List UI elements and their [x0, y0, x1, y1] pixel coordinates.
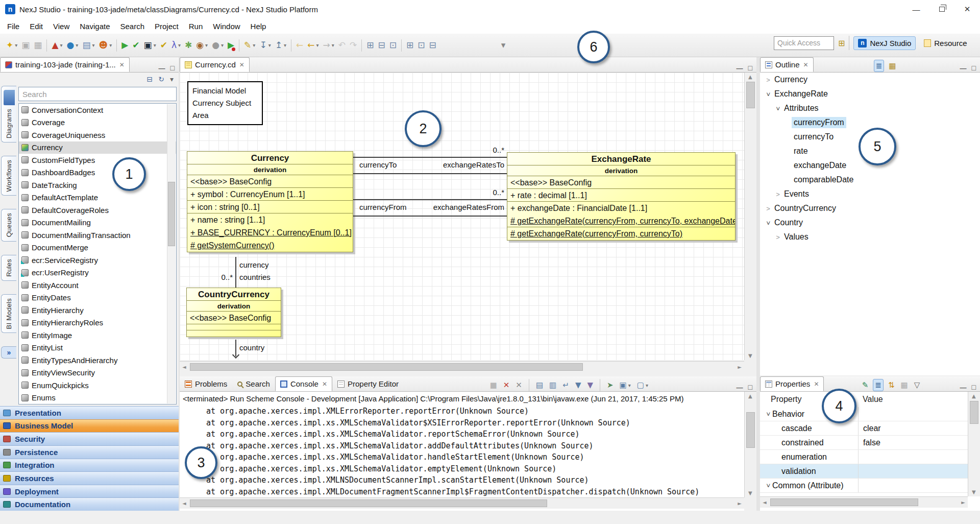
model-explorer-tab[interactable]: training-103-jade (training-1... ✕: [0, 57, 130, 72]
model-list-item[interactable]: DateTracking: [19, 179, 176, 192]
properties-tab[interactable]: Properties ✕: [760, 376, 824, 391]
vtab-diagrams[interactable]: Diagrams: [1, 86, 16, 142]
open-console-icon[interactable]: ▢: [635, 379, 650, 391]
model-list-item[interactable]: DocumentMailing: [19, 217, 176, 229]
class-static-attribute[interactable]: + BASE_CURRENCY : CurrencyEnum [0..1]: [187, 226, 353, 239]
run-icon[interactable]: ▶: [120, 38, 130, 53]
publish-icon[interactable]: ●: [65, 38, 80, 53]
layer-documentation[interactable]: Documentation: [0, 497, 179, 511]
association-line[interactable]: [353, 216, 507, 217]
save-icon[interactable]: ▣: [20, 38, 31, 53]
database-icon[interactable]: ▤: [81, 38, 96, 53]
layer-security[interactable]: Security: [0, 432, 179, 445]
distribute-icon[interactable]: ⊟: [428, 38, 438, 53]
export-icon[interactable]: ↥: [274, 38, 288, 53]
menu-item[interactable]: Project: [150, 20, 184, 33]
class-currency[interactable]: Currency derivation <<base>> BaseConfig …: [187, 151, 353, 252]
class-attribute[interactable]: + symbol : CurrencyEnum [1..1]: [187, 188, 353, 201]
outline-tree-item[interactable]: > CountryCurrency: [760, 201, 980, 216]
property-row[interactable]: >constrained false: [760, 436, 980, 450]
remove-all-launches-icon[interactable]: ✕: [514, 379, 524, 391]
editor-horizontal-scrollbar[interactable]: ◄ ►: [180, 361, 744, 372]
last-edit-icon[interactable]: ←: [295, 38, 305, 53]
marker-icon[interactable]: ✎: [242, 38, 257, 53]
align-horizontal-icon[interactable]: ⊞: [405, 38, 415, 53]
minimize-panel-icon[interactable]: —: [737, 384, 743, 391]
scrollbar-thumb[interactable]: [190, 363, 583, 371]
view-menu-icon[interactable]: ▽: [913, 379, 922, 391]
model-list-item[interactable]: Currency: [19, 141, 176, 154]
class-attribute[interactable]: + icon : string [0..1]: [187, 201, 353, 213]
model-list-item[interactable]: DashboardBadges: [19, 166, 176, 179]
menu-item[interactable]: File: [2, 20, 24, 33]
association-line[interactable]: [235, 257, 236, 288]
class-method[interactable]: # getSystemCurrency(): [187, 239, 353, 252]
minimize-panel-icon[interactable]: —: [737, 64, 743, 72]
perspective-resource[interactable]: Resource: [920, 37, 971, 50]
open-perspective-icon[interactable]: ⊞: [838, 38, 845, 48]
menu-item[interactable]: Search: [115, 20, 150, 33]
tree-mode-icon[interactable]: ≣: [873, 379, 884, 391]
model-icon[interactable]: ▲: [50, 38, 64, 53]
tab-console[interactable]: Console ✕: [275, 376, 332, 391]
class-country-currency[interactable]: CountryCurrency derivation <<base>> Base…: [186, 288, 281, 337]
association-line[interactable]: [353, 199, 507, 200]
filter-icon[interactable]: ▦: [899, 379, 909, 391]
menu-item[interactable]: Navigate: [75, 20, 115, 33]
new-wizard-icon[interactable]: ✦: [5, 38, 19, 53]
vtab-rules[interactable]: Rules: [1, 255, 16, 281]
vtab-more[interactable]: »: [1, 346, 16, 359]
model-list-scrollbar[interactable]: [167, 104, 176, 403]
scrollbar-thumb[interactable]: [746, 82, 755, 108]
tab-search[interactable]: Search ✕: [232, 376, 275, 391]
model-list-item[interactable]: EntityHierarchyRoles: [19, 317, 176, 329]
layer-presentation[interactable]: Presentation: [0, 406, 179, 419]
outline-tree-item[interactable]: > Attributes: [760, 101, 980, 115]
maximize-panel-icon[interactable]: □: [748, 64, 752, 72]
chevron-icon[interactable]: >: [774, 233, 782, 241]
model-list-item[interactable]: DocumentMerge: [19, 242, 176, 254]
outline-tree-item[interactable]: > ExchangeRate: [760, 87, 980, 101]
property-row[interactable]: >validation: [760, 464, 980, 479]
menu-item[interactable]: Edit: [24, 20, 48, 33]
view-menu-icon[interactable]: ▾: [168, 72, 175, 87]
restore-button[interactable]: [929, 0, 954, 18]
chevron-icon[interactable]: >: [764, 76, 772, 84]
close-icon[interactable]: ✕: [239, 61, 244, 68]
sash[interactable]: [756, 57, 760, 511]
collapse-all-icon[interactable]: ⊟: [145, 72, 155, 87]
model-list-item[interactable]: DefaultActTemplate: [19, 192, 176, 204]
model-list-item[interactable]: EntityTypesAndHierarchy: [19, 354, 176, 367]
outline-tree-item[interactable]: > Country: [760, 216, 980, 230]
model-check-icon[interactable]: ✔: [159, 38, 169, 53]
close-button[interactable]: ✕: [954, 0, 980, 18]
class-attribute[interactable]: + exchangeDate : FinancialDate [1..1]: [507, 202, 735, 215]
sort-icon[interactable]: ⇅: [887, 379, 896, 391]
model-list-item[interactable]: EnumQuickpicks: [19, 379, 176, 392]
scrollbar-thumb[interactable]: [168, 182, 175, 246]
model-list-item[interactable]: EntityDates: [19, 292, 176, 304]
import-icon[interactable]: ↧: [258, 38, 272, 53]
menu-item[interactable]: Window: [208, 20, 245, 33]
show-stderr-icon[interactable]: ▼: [585, 379, 595, 391]
console-vertical-scrollbar[interactable]: ▲ ▼: [744, 392, 756, 497]
console-output[interactable]: <terminated> Run Scheme Console - Develo…: [180, 392, 744, 511]
close-icon[interactable]: ✕: [803, 61, 808, 68]
scrollbar-thumb[interactable]: [770, 498, 918, 506]
undo-icon[interactable]: ↶: [337, 38, 347, 53]
model-search-input[interactable]: [18, 87, 177, 101]
clear-console-icon[interactable]: ▤: [534, 379, 545, 391]
chevron-icon[interactable]: >: [764, 205, 772, 212]
outline-tree-item[interactable]: > Events: [760, 187, 980, 201]
model-list-item[interactable]: EntityViewSecurity: [19, 367, 176, 379]
property-group-behavior[interactable]: >Behavior: [760, 407, 980, 421]
layer-business-model[interactable]: Business Model: [0, 419, 179, 433]
layer-deployment[interactable]: Deployment: [0, 485, 179, 498]
redo-icon[interactable]: ↷: [348, 38, 358, 53]
remove-launch-icon[interactable]: ✕: [502, 379, 511, 391]
chevron-icon[interactable]: >: [765, 219, 772, 227]
scroll-lock-icon[interactable]: ▥: [548, 379, 558, 391]
validate-icon[interactable]: ✔: [131, 38, 141, 53]
chevron-icon[interactable]: >: [774, 104, 782, 112]
chevron-icon[interactable]: >: [765, 90, 772, 98]
